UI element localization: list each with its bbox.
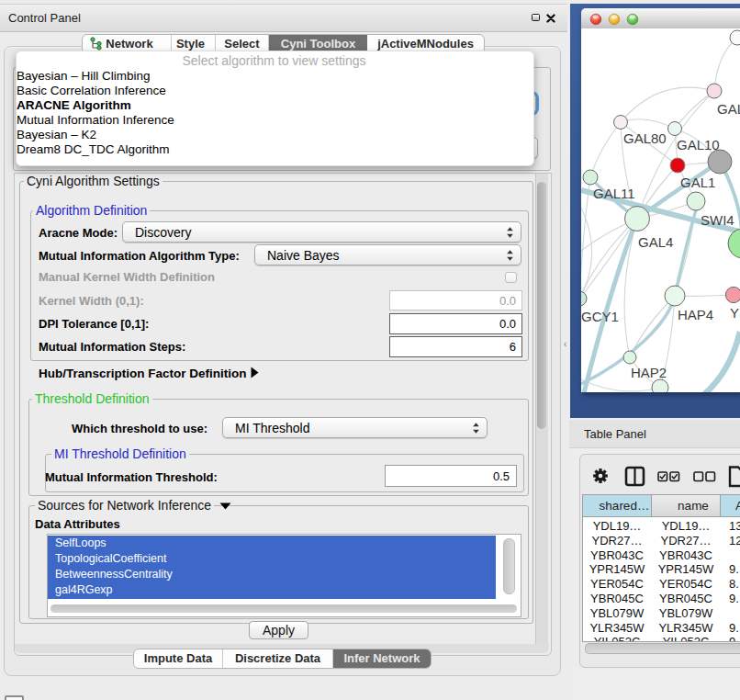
svg-text:YE: YE: [730, 305, 740, 321]
svg-text:GAL80: GAL80: [623, 130, 667, 146]
svg-text:HAP4: HAP4: [678, 307, 713, 322]
svg-text:GAL7: GAL7: [717, 101, 740, 117]
svg-text:GAL10: GAL10: [677, 137, 720, 152]
svg-text:GCY1: GCY1: [581, 309, 619, 324]
svg-text:HAP2: HAP2: [631, 365, 667, 380]
svg-text:GAL4: GAL4: [638, 234, 673, 250]
svg-text:GAL11: GAL11: [593, 186, 635, 201]
svg-text:GAL1: GAL1: [680, 175, 715, 190]
svg-text:SWI4: SWI4: [701, 212, 734, 228]
